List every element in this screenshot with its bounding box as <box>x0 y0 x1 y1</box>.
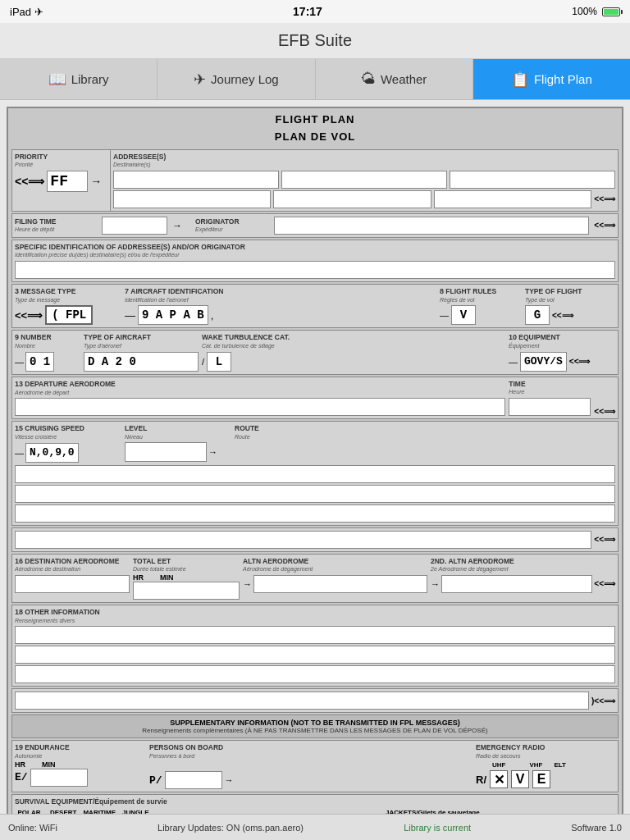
addressee-input-1[interactable] <box>113 171 279 189</box>
number-label: 9 NUMBER Nombre <box>15 333 80 349</box>
other-arrows: )<<⟹ <box>591 696 615 705</box>
equip-arrows: <<⟹ <box>569 357 591 366</box>
addressee-input-6[interactable] <box>434 190 591 208</box>
tab-weather[interactable]: 🌤 Weather <box>316 59 473 99</box>
other-info-input-2[interactable] <box>15 646 615 664</box>
pob-prefix: P/ <box>149 774 162 787</box>
filing-arrow: → <box>172 220 182 231</box>
priority-value[interactable]: FF <box>47 171 88 192</box>
polar-label: POLAR <box>15 809 43 814</box>
addressee-input-4[interactable] <box>113 190 271 208</box>
emerg-radio-label: EMERGENCY RADIO Radio de secours <box>476 743 615 760</box>
form-title-en: FLIGHT PLAN <box>11 112 619 129</box>
tab-flight-plan[interactable]: 📋 Flight Plan <box>473 59 630 99</box>
dep-time-input[interactable] <box>509 398 591 416</box>
eet-hr-min: HR MIN <box>133 573 240 582</box>
aircraft-id-label: 7 AIRCRAFT IDENTIFICATION Identification… <box>125 287 436 304</box>
msg-type-label: 3 MESSAGE TYPE Type de message <box>15 287 121 304</box>
tab-weather-label: Weather <box>381 72 427 86</box>
aircraft-id-input[interactable]: 9 A P A B <box>138 305 208 325</box>
msg-type-value[interactable]: ( FPL <box>45 305 93 325</box>
altn-label: ALTN AERODROME Aérodrome de dégagement <box>243 557 427 573</box>
tab-library[interactable]: 📖 Library <box>0 59 158 99</box>
type-flight-input[interactable]: G <box>525 305 550 325</box>
equipment-input[interactable]: GOVY/S <box>520 352 567 372</box>
route-input-2[interactable] <box>15 485 615 503</box>
addressee-input-2[interactable] <box>281 171 447 189</box>
other-info-input-1[interactable] <box>15 626 615 644</box>
status-time: 17:17 <box>293 5 322 18</box>
emerg-uhf-box[interactable]: ✕ <box>490 770 508 788</box>
departure-input[interactable] <box>15 398 505 416</box>
type-aircraft-input[interactable]: D A 2 0 <box>84 352 199 372</box>
addressee-input-3[interactable] <box>450 171 615 189</box>
journey-icon: ✈ <box>194 71 206 89</box>
flight-rules-label: 8 FLIGHT RULES Règles de vol <box>440 287 522 304</box>
tab-bar: 📖 Library ✈ Journey Log 🌤 Weather 📋 Flig… <box>0 59 630 100</box>
addressee-input-5[interactable] <box>273 190 431 208</box>
emerg-r-prefix: R/ <box>476 774 486 786</box>
jungle-label: JUNGLE <box>122 809 148 814</box>
app-header: EFB Suite <box>0 23 630 59</box>
priority-label: PRIORITY Priorité <box>15 153 107 169</box>
endurance-label: 19 ENDURANCE Autonomie <box>15 743 146 760</box>
route-input-3[interactable] <box>15 504 615 523</box>
flightplan-icon: 📋 <box>511 71 529 89</box>
eet-input[interactable] <box>133 582 240 600</box>
flight-rules-input[interactable]: V <box>451 305 476 325</box>
endurance-hr-min: HR MIN <box>15 760 146 769</box>
route-long-input[interactable] <box>15 531 591 549</box>
originator-label: ORIGINATOR Expéditeur <box>195 217 269 234</box>
altn2-input[interactable] <box>441 575 592 593</box>
originator-input[interactable] <box>274 217 589 235</box>
dep-arrows: <<⟹ <box>594 407 615 416</box>
number-input[interactable]: 0 1 <box>25 352 54 372</box>
pob-input[interactable] <box>165 771 222 789</box>
equipment-label: 10 EQUIPMENT Équipement <box>509 333 615 349</box>
priority-arrows: <<⟹ <box>15 175 44 188</box>
form-title: FLIGHT PLAN PLAN DE VOL <box>11 112 619 146</box>
emerg-vhf-box[interactable]: V <box>511 770 529 788</box>
ipad-label: iPad ✈ <box>10 6 43 18</box>
form-title-fr: PLAN DE VOL <box>11 129 619 146</box>
eet-label: TOTAL EET Durée totale estimée <box>133 557 240 573</box>
status-left: iPad ✈ <box>10 6 43 18</box>
other-info-long[interactable] <box>15 692 589 710</box>
wake-turb-input[interactable]: L <box>207 352 231 372</box>
other-info-input-3[interactable] <box>15 665 615 683</box>
flight-plan-form: FLIGHT PLAN PLAN DE VOL PRIORITY Priorit… <box>7 107 623 814</box>
emerg-elt-box[interactable]: E <box>532 770 550 788</box>
tab-journey-label: Journey Log <box>211 72 279 86</box>
departure-label: 13 DEPARTURE AERODROME Aérodrome de dépa… <box>15 380 505 396</box>
altn-input[interactable] <box>253 575 427 593</box>
endurance-input[interactable] <box>30 769 88 787</box>
filing-time-input[interactable] <box>102 217 167 235</box>
wake-slash: / <box>202 357 204 367</box>
status-right: 100% <box>572 6 620 17</box>
specific-id-label: SPECIFIC IDENTIFICATION OF ADDRESSEE(S) … <box>15 243 615 259</box>
app-title: EFB Suite <box>278 31 352 50</box>
software-version: Software 1.0 <box>571 823 622 833</box>
cruising-speed-label: 15 CRUISING SPEED Vitesse croisière <box>15 424 121 441</box>
type-aircraft-label: TYPE OF AIRCRAFT Type d'aéronef <box>84 333 199 349</box>
equip-dash: — <box>509 357 518 367</box>
type-flight-label: TYPE OF FLIGHT Type de vol <box>525 287 615 304</box>
maritime-label: MARITIME <box>83 809 116 814</box>
specific-id-input[interactable] <box>15 261 615 279</box>
main-content: FLIGHT PLAN PLAN DE VOL PRIORITY Priorit… <box>0 100 630 814</box>
endurance-prefix: E/ <box>15 771 28 783</box>
destination-input[interactable] <box>15 575 130 593</box>
level-input[interactable] <box>125 442 207 462</box>
destination-label: 16 DESTINATION AERODROME Aérodrome de de… <box>15 557 130 573</box>
addr-arrows-right: <<⟹ <box>594 194 615 203</box>
tab-journey-log[interactable]: ✈ Journey Log <box>158 59 315 99</box>
route-label: ROUTE Route <box>235 424 615 441</box>
pob-label: PERSONS ON BOARD Personnes à bord <box>149 743 472 760</box>
msg-arrows: <<⟹ <box>15 309 43 322</box>
altn-arrow: → <box>243 579 252 589</box>
wake-turb-label: WAKE TURBULENCE CAT. Cat. de turbulence … <box>202 333 505 349</box>
route-input-1[interactable] <box>15 465 615 483</box>
cruising-speed-input[interactable]: N,0,9,0 <box>25 443 79 463</box>
weather-icon: 🌤 <box>361 71 376 88</box>
library-updates: Library Updates: ON (oms.pan.aero) <box>158 823 304 833</box>
